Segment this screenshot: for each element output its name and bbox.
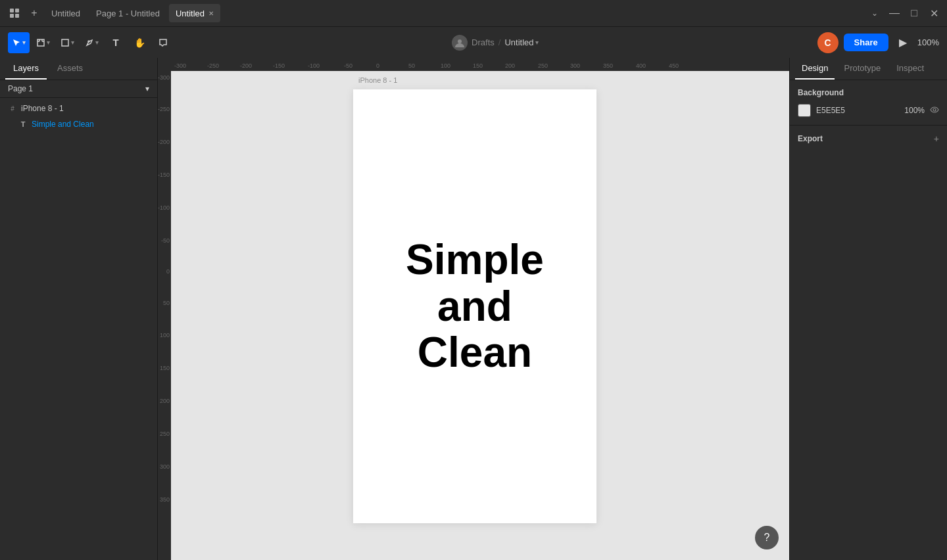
- svg-rect-2: [10, 14, 14, 18]
- canvas-content[interactable]: iPhone 8 - 1 SimpleandClean: [171, 71, 789, 560]
- toolbar: ▾ ▾ ▾ ▾ T ✋: [0, 26, 947, 58]
- frame-icon: #: [8, 105, 17, 112]
- text-icon: T: [18, 120, 28, 128]
- export-add-button[interactable]: +: [934, 133, 939, 144]
- breadcrumb-separator: /: [498, 37, 501, 47]
- file-title: Untitled: [504, 37, 533, 47]
- title-bar: + Untitled Page 1 - Untitled Untitled ✕ …: [0, 0, 947, 26]
- toolbar-center: Drafts / Untitled ▾: [176, 35, 815, 51]
- right-panel-tabs: Design Prototype Inspect: [790, 58, 947, 80]
- svg-point-13: [933, 108, 936, 111]
- file-name-dropdown[interactable]: Untitled ▾: [504, 37, 539, 47]
- close-window-button[interactable]: ✕: [926, 5, 942, 21]
- export-section-title: Export: [798, 134, 823, 143]
- tab-untitled-active[interactable]: Untitled ✕: [169, 4, 220, 22]
- background-row: E5E5E5 100%: [798, 104, 939, 117]
- main-area: Layers Assets Page 1 ▾ # iPhone 8 - 1 T …: [0, 58, 947, 560]
- minimize-button[interactable]: —: [886, 5, 902, 21]
- more-tabs-button[interactable]: ⌄: [867, 5, 883, 21]
- pen-tool-button[interactable]: ▾: [81, 32, 103, 53]
- canvas-area[interactable]: -300 -250 -200 -150 -100 -50 0 50 100 15…: [158, 58, 789, 560]
- background-color-swatch[interactable]: [798, 104, 811, 117]
- page-label: Page 1: [8, 84, 33, 93]
- assets-tab[interactable]: Assets: [49, 58, 91, 80]
- layers-tab[interactable]: Layers: [5, 58, 47, 80]
- background-opacity-value[interactable]: 100%: [901, 106, 925, 115]
- comment-tool-button[interactable]: [153, 32, 174, 53]
- ruler-h-ticks: -300 -250 -200 -150 -100 -50 0 50 100 15…: [171, 58, 789, 71]
- chevron-down-icon: ▾: [535, 39, 539, 46]
- svg-rect-9: [62, 39, 68, 46]
- ruler-horizontal: -300 -250 -200 -150 -100 -50 0 50 100 15…: [171, 58, 789, 71]
- window-controls: ⌄ — □ ✕: [867, 5, 942, 21]
- ruler-vertical: -300 -250 -200 -150 -100 -50 0 50 100 15…: [158, 71, 171, 560]
- drafts-label: Drafts: [472, 37, 495, 47]
- maximize-button[interactable]: □: [906, 5, 922, 21]
- design-frame[interactable]: SimpleandClean: [353, 89, 596, 523]
- svg-rect-0: [10, 9, 14, 12]
- frame-tool-button[interactable]: ▾: [32, 32, 54, 53]
- background-hex-value[interactable]: E5E5E5: [816, 106, 896, 115]
- layer-item-text[interactable]: T Simple and Clean: [0, 116, 157, 132]
- page-chevron-icon: ▾: [145, 84, 149, 93]
- share-button[interactable]: Share: [844, 34, 888, 51]
- page-selector[interactable]: Page 1 ▾: [0, 80, 157, 98]
- help-button[interactable]: ?: [755, 526, 779, 549]
- frame-label: iPhone 8 - 1: [358, 76, 397, 84]
- tab-untitled-1[interactable]: Untitled: [45, 4, 87, 22]
- home-button[interactable]: [5, 4, 24, 22]
- design-frame-text: SimpleandClean: [406, 237, 544, 375]
- tab-label: Page 1 - Untitled: [96, 9, 160, 18]
- move-tool-button[interactable]: ▾: [8, 32, 30, 53]
- right-panel: Design Prototype Inspect Background E5E5…: [789, 58, 947, 560]
- ruler-corner: [158, 58, 171, 71]
- toolbar-right: C Share ▶ 100%: [817, 32, 939, 53]
- tab-page1[interactable]: Page 1 - Untitled: [89, 4, 166, 22]
- user-avatar-button[interactable]: C: [817, 32, 838, 53]
- left-panel: Layers Assets Page 1 ▾ # iPhone 8 - 1 T …: [0, 58, 158, 560]
- export-section: Export +: [790, 126, 947, 152]
- svg-point-10: [88, 41, 89, 42]
- layer-label: Simple and Clean: [32, 120, 94, 129]
- tab-label: Untitled: [176, 9, 205, 18]
- tab-label: Untitled: [51, 9, 80, 18]
- design-tab[interactable]: Design: [795, 58, 835, 80]
- svg-point-12: [458, 39, 462, 43]
- layer-item-iphone[interactable]: # iPhone 8 - 1: [0, 101, 157, 116]
- tab-close-icon[interactable]: ✕: [208, 10, 214, 17]
- background-section-title: Background: [798, 88, 844, 97]
- shape-tool-button[interactable]: ▾: [57, 32, 78, 53]
- hand-tool-button[interactable]: ✋: [129, 32, 150, 53]
- svg-rect-4: [37, 39, 44, 46]
- text-tool-button[interactable]: T: [105, 32, 126, 53]
- export-section-header: Export +: [798, 133, 939, 144]
- new-tab-button[interactable]: +: [26, 5, 42, 21]
- zoom-level[interactable]: 100%: [917, 37, 939, 47]
- layer-label: iPhone 8 - 1: [21, 104, 64, 113]
- user-avatar-small: [452, 35, 468, 51]
- background-section: Background E5E5E5 100%: [790, 80, 947, 126]
- background-section-header: Background: [798, 88, 939, 97]
- background-visibility-toggle[interactable]: [930, 106, 939, 115]
- svg-rect-3: [15, 14, 19, 18]
- panel-tabs: Layers Assets: [0, 58, 157, 80]
- play-button[interactable]: ▶: [894, 34, 912, 52]
- svg-rect-1: [15, 9, 19, 12]
- inspect-tab[interactable]: Inspect: [890, 58, 931, 80]
- prototype-tab[interactable]: Prototype: [837, 58, 887, 80]
- layer-list: # iPhone 8 - 1 T Simple and Clean: [0, 98, 157, 560]
